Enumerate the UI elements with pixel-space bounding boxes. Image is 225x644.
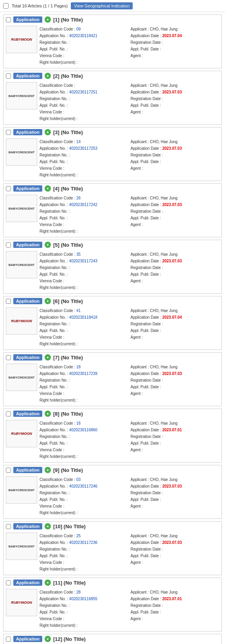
agent-field: Agent :: [131, 447, 220, 453]
classification-code-link[interactable]: 35: [76, 252, 81, 257]
article-body: RUBYMOON Classification Code : 09 Applic…: [4, 24, 221, 68]
registration-no-field: Registration No. :: [40, 546, 128, 553]
classification-code-link[interactable]: 26: [76, 196, 81, 200]
registration-no-label: Registration No. :: [40, 491, 70, 495]
article-card: Application ● [3] (No TItle) BABYCRESCEN…: [3, 127, 222, 181]
classification-code-link[interactable]: 25: [76, 534, 81, 538]
right-holder-field: Right holder(current) :: [40, 566, 128, 572]
right-holder-field: Right holder(current) :: [40, 453, 128, 460]
classification-code-link[interactable]: 18: [76, 365, 81, 369]
status-badge: Application: [13, 16, 42, 23]
vienna-code-field: Vienna Code :: [40, 503, 128, 509]
application-date-label: Application Date :: [131, 90, 161, 94]
classification-code-link[interactable]: 09: [76, 27, 81, 31]
logo-image: BABYCRESCENT: [6, 251, 37, 278]
appl-publ-no-label: Appl. Publ. No. :: [40, 160, 68, 164]
agent-label: Agent :: [131, 504, 143, 508]
application-no-link[interactable]: 4020230117246: [69, 484, 97, 488]
details-right: Applicant : CHO, Hae Jung Application Da…: [131, 533, 220, 572]
right-holder-field: Right holder(current) :: [40, 172, 128, 178]
registration-no-label: Registration No. :: [40, 378, 70, 382]
article-checkbox[interactable]: [6, 637, 11, 642]
application-no-link[interactable]: 4020230116860: [69, 428, 97, 432]
article-checkbox[interactable]: [6, 355, 11, 360]
logo-image: BABYCRESCENT: [6, 533, 37, 560]
right-holder-label: Right holder(current) :: [40, 173, 77, 177]
details-section: Classification Code : Application No. : …: [40, 82, 219, 122]
details-left: Classification Code : 18 Application No.…: [40, 364, 128, 404]
application-date-label: Application Date :: [131, 371, 161, 376]
details-section: Classification Code : 18 Application No.…: [40, 364, 219, 404]
right-holder-field: Right holder(current) :: [40, 59, 128, 66]
appl-publ-date-field: Appl. Publ. Date :: [131, 158, 220, 165]
vienna-code-label: Vienna Code :: [40, 448, 64, 452]
article-checkbox[interactable]: [6, 242, 11, 248]
application-date-field: Application Date : 2023.07.01: [131, 427, 220, 433]
agent-label: Agent :: [131, 110, 143, 114]
article-checkbox[interactable]: [6, 468, 11, 473]
appl-publ-no-field: Appl. Publ. No. :: [40, 102, 128, 109]
classification-code-link[interactable]: 16: [76, 421, 81, 425]
application-no-link[interactable]: 4020230117243: [69, 259, 97, 263]
registration-date-field: Registration Date :: [131, 152, 220, 158]
classification-code-link[interactable]: 28: [76, 590, 81, 594]
application-date-value: 2023.07.03: [162, 540, 182, 545]
article-checkbox[interactable]: [6, 299, 11, 304]
application-no-label: Application No. :: [40, 371, 68, 376]
logo-image: BABYCRESCENT: [6, 476, 37, 504]
application-no-link[interactable]: 4020230118421: [69, 34, 97, 38]
article-card: Application ● [2] (No TItle) BABYCRESCEN…: [3, 71, 222, 125]
article-checkbox[interactable]: [6, 17, 11, 22]
select-all-checkbox[interactable]: [3, 3, 9, 9]
logo-image: BABYCRESCENT: [6, 195, 37, 222]
registration-date-label: Registration Date :: [131, 209, 163, 213]
article-checkbox[interactable]: [6, 580, 11, 585]
article-checkbox[interactable]: [6, 524, 11, 529]
applicant-label: Applicant :: [131, 140, 149, 144]
application-no-link[interactable]: 4020230117242: [69, 203, 97, 207]
article-checkbox[interactable]: [6, 186, 11, 191]
application-no-link[interactable]: 4020230117239: [69, 371, 97, 376]
vienna-code-field: Vienna Code :: [40, 52, 128, 59]
application-no-link[interactable]: 4020230117253: [69, 146, 97, 151]
article-title: [4] (No TItle): [53, 186, 83, 192]
application-no-link[interactable]: 4020230117251: [69, 90, 97, 94]
appl-publ-no-field: Appl. Publ. No. :: [40, 271, 128, 278]
classification-code-link[interactable]: 41: [76, 309, 81, 313]
status-badge: Application: [13, 298, 42, 304]
agent-field: Agent :: [131, 278, 220, 284]
article-checkbox[interactable]: [6, 74, 11, 79]
applicant-field: Applicant : CHO, Hae Jung: [131, 138, 220, 145]
appl-publ-date-field: Appl. Publ. Date :: [131, 553, 220, 559]
applicant-value: CHO, Hae Jung: [150, 534, 178, 538]
details-section: Classification Code : 28 Application No.…: [40, 589, 219, 629]
registration-no-label: Registration No. :: [40, 265, 70, 270]
article-checkbox[interactable]: [6, 130, 11, 135]
registration-date-label: Registration Date :: [131, 322, 163, 326]
geo-indication-button[interactable]: View Geographical Indication: [71, 2, 133, 9]
vienna-code-field: Vienna Code :: [40, 447, 128, 453]
details-section: Classification Code : 26 Application No.…: [40, 195, 219, 235]
application-no-link[interactable]: 4020230118418: [69, 315, 97, 319]
registration-no-field: Registration No. :: [40, 208, 128, 215]
application-no-link[interactable]: 4020230116855: [69, 597, 97, 601]
article-card: Application ● [5] (No TItle) BABYCRESCEN…: [3, 240, 222, 294]
application-date-label: Application Date :: [131, 34, 161, 38]
classification-code-field: Classification Code : 41: [40, 307, 128, 314]
registration-no-field: Registration No. :: [40, 39, 128, 46]
classification-code-link[interactable]: 14: [76, 140, 81, 144]
article-checkbox[interactable]: [6, 411, 11, 416]
right-holder-label: Right holder(current) :: [40, 117, 77, 121]
classification-code-link[interactable]: 03: [76, 477, 81, 482]
details-section: Classification Code : 14 Application No.…: [40, 138, 219, 178]
registration-no-field: Registration No. :: [40, 433, 128, 440]
application-no-link[interactable]: 4020230117236: [69, 540, 97, 545]
details-right: Applicant : CHO, Hae Jung Application Da…: [131, 82, 220, 122]
details-right: Applicant : CHO, Hae Jung Application Da…: [131, 138, 220, 178]
application-date-field: Application Date : 2023.07.03: [131, 539, 220, 546]
classification-code-label: Classification Code :: [40, 196, 75, 200]
status-icon: ●: [45, 411, 51, 417]
status-badge: Application: [13, 185, 42, 192]
application-date-label: Application Date :: [131, 315, 161, 319]
classification-code-field: Classification Code : 25: [40, 533, 128, 539]
